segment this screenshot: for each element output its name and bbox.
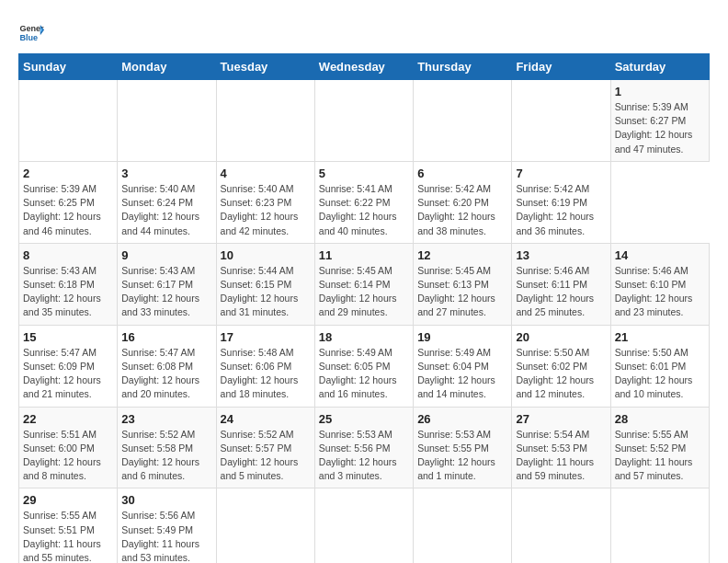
day-number: 3 (121, 167, 211, 180)
calendar-week-row: 2Sunrise: 5:39 AMSunset: 6:25 PMDaylight… (19, 161, 710, 243)
day-number: 21 (615, 330, 705, 344)
column-header-saturday: Saturday (610, 54, 709, 80)
calendar-day-cell: 1Sunrise: 5:39 AMSunset: 6:27 PMDaylight… (610, 80, 709, 162)
calendar-day-cell: 25Sunrise: 5:53 AMSunset: 5:56 PMDayligh… (314, 407, 413, 488)
calendar-day-cell: 21Sunrise: 5:50 AMSunset: 6:01 PMDayligh… (610, 325, 709, 407)
day-info: Sunrise: 5:40 AMSunset: 6:23 PMDaylight:… (221, 182, 311, 238)
calendar-day-cell: 24Sunrise: 5:52 AMSunset: 5:57 PMDayligh… (216, 407, 314, 488)
calendar-day-cell: 23Sunrise: 5:52 AMSunset: 5:58 PMDayligh… (118, 407, 216, 488)
column-header-tuesday: Tuesday (216, 54, 314, 80)
calendar-week-row: 29Sunrise: 5:55 AMSunset: 5:51 PMDayligh… (19, 488, 710, 563)
calendar-day-cell: 12Sunrise: 5:45 AMSunset: 6:13 PMDayligh… (414, 243, 512, 325)
day-number: 7 (516, 167, 606, 180)
calendar-week-row: 15Sunrise: 5:47 AMSunset: 6:09 PMDayligh… (19, 325, 710, 407)
day-info: Sunrise: 5:56 AMSunset: 5:49 PMDaylight:… (121, 509, 211, 563)
empty-cell (512, 80, 610, 162)
day-number: 16 (121, 330, 211, 344)
column-header-friday: Friday (512, 54, 610, 80)
day-number: 11 (319, 248, 409, 262)
day-number: 26 (417, 412, 507, 426)
day-info: Sunrise: 5:52 AMSunset: 5:58 PMDaylight:… (121, 428, 211, 484)
column-header-monday: Monday (118, 54, 216, 80)
calendar-day-cell: 26Sunrise: 5:53 AMSunset: 5:55 PMDayligh… (414, 407, 512, 488)
calendar-day-cell (610, 488, 709, 563)
day-info: Sunrise: 5:49 AMSunset: 6:05 PMDaylight:… (319, 346, 409, 402)
calendar-day-cell: 17Sunrise: 5:48 AMSunset: 6:06 PMDayligh… (216, 325, 314, 407)
calendar-week-row: 8Sunrise: 5:43 AMSunset: 6:18 PMDaylight… (19, 243, 710, 325)
calendar-day-cell: 18Sunrise: 5:49 AMSunset: 6:05 PMDayligh… (314, 325, 413, 407)
day-number: 2 (23, 167, 113, 180)
day-number: 22 (23, 412, 113, 426)
calendar-week-row: 1Sunrise: 5:39 AMSunset: 6:27 PMDaylight… (19, 80, 710, 162)
empty-cell (118, 80, 216, 162)
calendar-day-cell: 28Sunrise: 5:55 AMSunset: 5:52 PMDayligh… (610, 407, 709, 488)
day-info: Sunrise: 5:42 AMSunset: 6:20 PMDaylight:… (417, 182, 507, 238)
day-info: Sunrise: 5:41 AMSunset: 6:22 PMDaylight:… (319, 182, 409, 238)
calendar-day-cell: 4Sunrise: 5:40 AMSunset: 6:23 PMDaylight… (216, 161, 314, 243)
calendar-day-cell: 16Sunrise: 5:47 AMSunset: 6:08 PMDayligh… (118, 325, 216, 407)
calendar-day-cell (314, 488, 413, 563)
day-number: 29 (23, 493, 113, 507)
day-number: 14 (615, 248, 705, 262)
day-info: Sunrise: 5:44 AMSunset: 6:15 PMDaylight:… (221, 264, 311, 320)
day-info: Sunrise: 5:40 AMSunset: 6:24 PMDaylight:… (121, 182, 211, 238)
calendar-day-cell: 15Sunrise: 5:47 AMSunset: 6:09 PMDayligh… (19, 325, 118, 407)
calendar-day-cell: 13Sunrise: 5:46 AMSunset: 6:11 PMDayligh… (512, 243, 610, 325)
day-info: Sunrise: 5:50 AMSunset: 6:01 PMDaylight:… (615, 346, 705, 402)
calendar-day-cell: 20Sunrise: 5:50 AMSunset: 6:02 PMDayligh… (512, 325, 610, 407)
day-info: Sunrise: 5:48 AMSunset: 6:06 PMDaylight:… (221, 346, 311, 402)
calendar-day-cell: 10Sunrise: 5:44 AMSunset: 6:15 PMDayligh… (216, 243, 314, 325)
day-info: Sunrise: 5:51 AMSunset: 6:00 PMDaylight:… (23, 428, 113, 484)
day-number: 13 (516, 248, 606, 262)
calendar-table: SundayMondayTuesdayWednesdayThursdayFrid… (18, 53, 710, 563)
day-info: Sunrise: 5:39 AMSunset: 6:27 PMDaylight:… (615, 100, 705, 156)
calendar-day-cell: 6Sunrise: 5:42 AMSunset: 6:20 PMDaylight… (414, 161, 512, 243)
calendar-week-row: 22Sunrise: 5:51 AMSunset: 6:00 PMDayligh… (19, 407, 710, 488)
day-info: Sunrise: 5:45 AMSunset: 6:13 PMDaylight:… (417, 264, 507, 320)
page-header: General Blue (18, 18, 710, 44)
day-number: 12 (417, 248, 507, 262)
day-number: 27 (516, 412, 606, 426)
calendar-day-cell: 19Sunrise: 5:49 AMSunset: 6:04 PMDayligh… (414, 325, 512, 407)
calendar-day-cell: 14Sunrise: 5:46 AMSunset: 6:10 PMDayligh… (610, 243, 709, 325)
day-info: Sunrise: 5:39 AMSunset: 6:25 PMDaylight:… (23, 182, 113, 238)
calendar-day-cell: 22Sunrise: 5:51 AMSunset: 6:00 PMDayligh… (19, 407, 118, 488)
calendar-day-cell (216, 488, 314, 563)
day-number: 20 (516, 330, 606, 344)
day-number: 30 (121, 493, 211, 507)
day-info: Sunrise: 5:52 AMSunset: 5:57 PMDaylight:… (221, 428, 311, 484)
day-number: 17 (221, 330, 311, 344)
day-number: 19 (417, 330, 507, 344)
column-header-thursday: Thursday (414, 54, 512, 80)
logo-icon: General Blue (18, 18, 44, 44)
day-info: Sunrise: 5:55 AMSunset: 5:52 PMDaylight:… (615, 428, 705, 484)
day-number: 15 (23, 330, 113, 344)
day-info: Sunrise: 5:49 AMSunset: 6:04 PMDaylight:… (417, 346, 507, 402)
day-info: Sunrise: 5:47 AMSunset: 6:08 PMDaylight:… (121, 346, 211, 402)
empty-cell (216, 80, 314, 162)
logo: General Blue (18, 18, 44, 44)
empty-cell (414, 80, 512, 162)
empty-cell (314, 80, 413, 162)
day-info: Sunrise: 5:43 AMSunset: 6:18 PMDaylight:… (23, 264, 113, 320)
calendar-day-cell: 3Sunrise: 5:40 AMSunset: 6:24 PMDaylight… (118, 161, 216, 243)
calendar-day-cell: 29Sunrise: 5:55 AMSunset: 5:51 PMDayligh… (19, 488, 118, 563)
day-number: 10 (221, 248, 311, 262)
day-info: Sunrise: 5:54 AMSunset: 5:53 PMDaylight:… (516, 428, 606, 484)
calendar-day-cell (414, 488, 512, 563)
day-number: 18 (319, 330, 409, 344)
day-number: 1 (615, 85, 705, 98)
calendar-day-cell: 27Sunrise: 5:54 AMSunset: 5:53 PMDayligh… (512, 407, 610, 488)
day-number: 4 (221, 167, 311, 180)
day-info: Sunrise: 5:46 AMSunset: 6:11 PMDaylight:… (516, 264, 606, 320)
column-header-wednesday: Wednesday (314, 54, 413, 80)
calendar-day-cell: 8Sunrise: 5:43 AMSunset: 6:18 PMDaylight… (19, 243, 118, 325)
calendar-day-cell: 30Sunrise: 5:56 AMSunset: 5:49 PMDayligh… (118, 488, 216, 563)
day-number: 5 (319, 167, 409, 180)
day-number: 23 (121, 412, 211, 426)
day-info: Sunrise: 5:47 AMSunset: 6:09 PMDaylight:… (23, 346, 113, 402)
calendar-day-cell: 7Sunrise: 5:42 AMSunset: 6:19 PMDaylight… (512, 161, 610, 243)
calendar-header-row: SundayMondayTuesdayWednesdayThursdayFrid… (19, 54, 710, 80)
day-number: 28 (615, 412, 705, 426)
day-info: Sunrise: 5:55 AMSunset: 5:51 PMDaylight:… (23, 509, 113, 563)
